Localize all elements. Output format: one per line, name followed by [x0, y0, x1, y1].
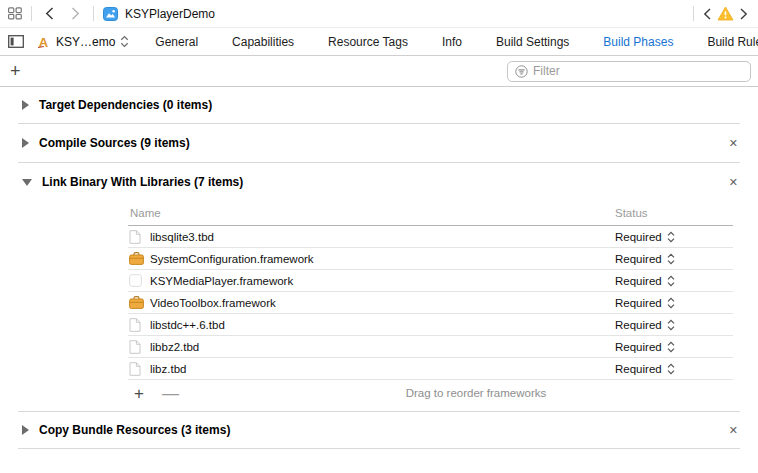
window-title[interactable]: KSYPlayerDemo — [125, 7, 215, 21]
table-row[interactable]: libsqlite3.tbd Required — [128, 226, 733, 248]
status-dropdown[interactable]: Required — [615, 231, 733, 243]
app-target-icon: A — [36, 35, 51, 49]
framework-icon — [129, 296, 145, 309]
close-icon[interactable]: ✕ — [729, 138, 738, 149]
file-icon — [129, 230, 145, 244]
table-row[interactable]: VideoToolbox.framework Required — [128, 292, 733, 314]
forward-button[interactable] — [67, 7, 84, 20]
table-header-row: Name Status — [128, 201, 733, 226]
table-row[interactable]: SystemConfiguration.framework Required — [128, 248, 733, 270]
divider — [93, 6, 94, 21]
disclosure-triangle-icon[interactable] — [22, 100, 29, 110]
file-icon — [129, 362, 145, 376]
close-icon[interactable]: ✕ — [729, 425, 738, 436]
library-name: VideoToolbox.framework — [150, 297, 615, 309]
status-value: Required — [615, 231, 662, 243]
standard-editor-icon[interactable] — [8, 35, 24, 48]
disclosure-triangle-icon[interactable] — [22, 425, 29, 435]
close-icon[interactable]: ✕ — [729, 177, 738, 188]
tab-general[interactable]: General — [155, 35, 198, 49]
section-link-binary: Link Binary With Libraries (7 items) ✕ — [0, 163, 758, 201]
file-icon — [129, 340, 145, 354]
editor-tab-bar: A KSY…emo General Capabilities Resource … — [0, 28, 758, 56]
table-footer: + — Drag to reorder frameworks — [128, 380, 733, 406]
section-target-dependencies: Target Dependencies (0 items) — [0, 87, 758, 123]
target-stepper-icon — [120, 35, 129, 48]
table-row[interactable]: KSYMediaPlayer.framework Required — [128, 270, 733, 292]
target-selector[interactable]: A KSY…emo — [36, 35, 129, 49]
add-library-button[interactable]: + — [134, 385, 144, 402]
tab-build-settings[interactable]: Build Settings — [496, 35, 569, 49]
status-dropdown[interactable]: Required — [615, 297, 733, 309]
divider — [693, 6, 694, 21]
library-name: SystemConfiguration.framework — [150, 253, 615, 265]
status-value: Required — [615, 253, 662, 265]
disclosure-triangle-icon[interactable] — [22, 138, 29, 148]
blank-file-icon — [129, 274, 145, 287]
section-title: Copy Bundle Resources (3 items) — [39, 423, 230, 437]
library-name: KSYMediaPlayer.framework — [150, 275, 615, 287]
filter-input[interactable]: Filter — [507, 61, 751, 82]
filter-toolbar: + Filter — [0, 56, 758, 87]
filter-icon — [515, 65, 528, 78]
tab-info[interactable]: Info — [442, 35, 462, 49]
status-value: Required — [615, 341, 662, 353]
library-name: libsqlite3.tbd — [150, 231, 615, 243]
status-dropdown[interactable]: Required — [615, 341, 733, 353]
table-row[interactable]: libbz2.tbd Required — [128, 336, 733, 358]
status-value: Required — [615, 297, 662, 309]
section-compile-sources: Compile Sources (9 items) ✕ — [0, 124, 758, 162]
section-copy-bundle-resources: Copy Bundle Resources (3 items) ✕ — [0, 412, 758, 448]
section-title: Target Dependencies (0 items) — [39, 98, 212, 112]
editor-tabs: General Capabilities Resource Tags Info … — [155, 35, 758, 49]
libraries-table: Name Status libsqlite3.tbd Required Syst… — [128, 201, 733, 406]
divider — [31, 6, 32, 21]
section-title: Compile Sources (9 items) — [39, 136, 190, 150]
status-dropdown[interactable]: Required — [615, 253, 733, 265]
status-value: Required — [615, 363, 662, 375]
library-name: libstdc++.6.tbd — [150, 319, 615, 331]
library-name: libbz2.tbd — [150, 341, 615, 353]
warning-icon[interactable] — [717, 6, 734, 21]
back-button[interactable] — [41, 7, 58, 20]
add-build-phase-button[interactable]: + — [10, 62, 21, 80]
table-row[interactable]: libstdc++.6.tbd Required — [128, 314, 733, 336]
tab-overview-icon[interactable] — [8, 7, 22, 20]
table-row[interactable]: libz.tbd Required — [128, 358, 733, 380]
status-dropdown[interactable]: Required — [615, 275, 733, 287]
column-header-name: Name — [128, 207, 615, 219]
section-title: Link Binary With Libraries (7 items) — [42, 175, 243, 189]
previous-issue-button[interactable] — [703, 8, 711, 20]
target-name: KSY…emo — [56, 35, 115, 49]
next-issue-button[interactable] — [740, 8, 748, 20]
filter-placeholder: Filter — [533, 64, 560, 78]
framework-icon — [129, 252, 145, 265]
status-value: Required — [615, 319, 662, 331]
status-dropdown[interactable]: Required — [615, 319, 733, 331]
tab-build-rules[interactable]: Build Rules — [707, 35, 758, 49]
drag-hint-text: Drag to reorder frameworks — [179, 387, 733, 399]
title-bar: KSYPlayerDemo — [0, 0, 758, 28]
status-dropdown[interactable]: Required — [615, 363, 733, 375]
tab-capabilities[interactable]: Capabilities — [232, 35, 294, 49]
section-separator — [18, 448, 740, 449]
library-name: libz.tbd — [150, 363, 615, 375]
remove-library-button[interactable]: — — [162, 385, 179, 402]
project-document-icon[interactable] — [103, 7, 118, 21]
file-icon — [129, 318, 145, 332]
status-value: Required — [615, 275, 662, 287]
tab-build-phases[interactable]: Build Phases — [603, 35, 673, 49]
disclosure-triangle-icon[interactable] — [22, 179, 32, 186]
column-header-status: Status — [615, 207, 733, 219]
tab-resource-tags[interactable]: Resource Tags — [328, 35, 408, 49]
